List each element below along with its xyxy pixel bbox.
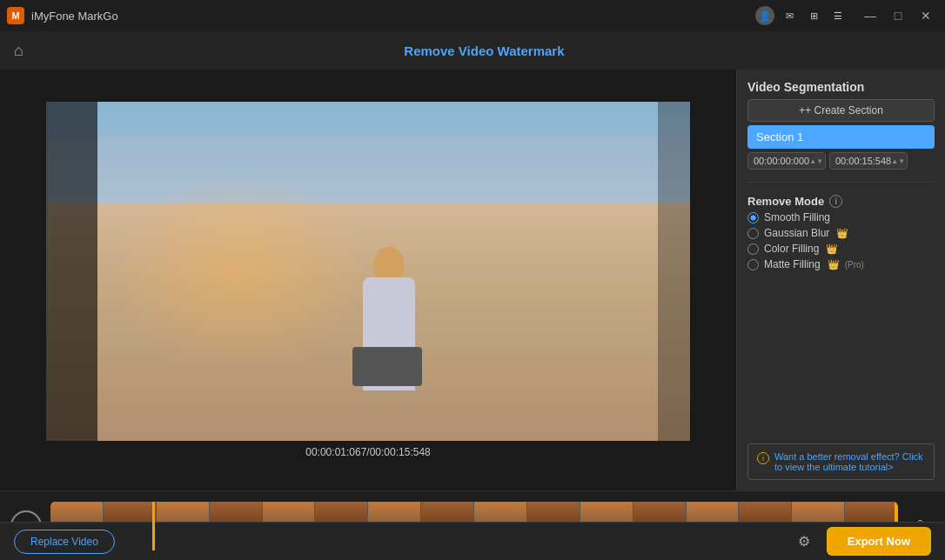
- time-start-arrows[interactable]: ▲▼: [809, 157, 823, 165]
- mail-icon[interactable]: ✉: [780, 6, 799, 25]
- matte-filling-pro-badge: (Pro): [845, 260, 864, 270]
- create-section-label: + Create Section: [805, 104, 883, 117]
- video-player[interactable]: [46, 102, 690, 441]
- grid-icon[interactable]: ⊞: [804, 6, 823, 25]
- playhead[interactable]: [152, 502, 155, 550]
- matte-filling-radio[interactable]: [747, 259, 759, 270]
- export-button[interactable]: Export Now: [827, 527, 931, 556]
- create-section-button[interactable]: + + Create Section: [747, 99, 935, 122]
- gaussian-blur-label: Gaussian Blur: [764, 227, 829, 239]
- gaussian-blur-crown-icon: 👑: [836, 228, 848, 239]
- window-controls: — □ ✕: [858, 6, 938, 25]
- color-filling-crown-icon: 👑: [826, 243, 838, 255]
- close-button[interactable]: ✕: [914, 6, 938, 25]
- gaussian-blur-option[interactable]: Gaussian Blur 👑: [747, 227, 935, 239]
- menu-icon[interactable]: ☰: [828, 6, 848, 25]
- time-end-input[interactable]: 00:00:15:548 ▲▼: [829, 152, 908, 170]
- footer: Replace Video ⚙ Export Now: [0, 522, 945, 560]
- time-start-input[interactable]: 00:00:00:000 ▲▼: [747, 152, 826, 170]
- right-panel: Video Segmentation + + Create Section Se…: [736, 70, 945, 490]
- gaussian-blur-radio[interactable]: [747, 228, 759, 239]
- smooth-filling-label: Smooth Filling: [764, 211, 830, 223]
- app-name: iMyFone MarkGo: [31, 10, 755, 23]
- smooth-filling-radio[interactable]: [747, 212, 759, 223]
- user-icon[interactable]: 👤: [755, 6, 774, 25]
- time-end-value: 00:00:15:548: [835, 156, 891, 166]
- matte-filling-crown-icon: 👑: [828, 259, 840, 270]
- app-icon: M: [7, 7, 24, 24]
- title-bar-icons: 👤 ✉ ⊞ ☰: [755, 6, 848, 25]
- smooth-filling-option[interactable]: Smooth Filling: [747, 211, 935, 223]
- matte-filling-label: Matte Filling: [764, 258, 821, 270]
- video-area: 00:00:01:067/00:00:15:548: [0, 70, 736, 490]
- maximize-button[interactable]: □: [886, 6, 910, 25]
- time-range: 00:00:00:000 ▲▼ 00:00:15:548 ▲▼: [747, 152, 935, 170]
- remove-mode-section: Remove Mode i Smooth Filling Gaussian Bl…: [747, 195, 935, 274]
- main-content: 00:00:01:067/00:00:15:548 Video Segmenta…: [0, 70, 945, 490]
- time-start-value: 00:00:00:000: [754, 156, 809, 166]
- settings-icon[interactable]: ⚙: [792, 530, 816, 554]
- page-title: Remove Video Watermark: [37, 43, 931, 58]
- plus-icon: +: [799, 104, 805, 117]
- home-icon[interactable]: ⌂: [14, 42, 23, 60]
- segmentation-section: Video Segmentation + + Create Section Se…: [747, 80, 935, 170]
- color-filling-radio[interactable]: [747, 243, 759, 255]
- tutorial-text: Want a better removal effect? Click to v…: [774, 451, 925, 472]
- remove-mode-info-icon[interactable]: i: [829, 195, 842, 208]
- time-end-arrows[interactable]: ▲▼: [891, 157, 905, 165]
- minimize-button[interactable]: —: [858, 6, 882, 25]
- tutorial-info-icon: i: [757, 452, 769, 464]
- color-filling-option[interactable]: Color Filling 👑: [747, 243, 935, 255]
- replace-video-button[interactable]: Replace Video: [14, 530, 115, 554]
- color-filling-label: Color Filling: [764, 243, 819, 255]
- matte-filling-option[interactable]: Matte Filling 👑 (Pro): [747, 258, 935, 270]
- section-1-item[interactable]: Section 1: [747, 125, 935, 149]
- title-bar: M iMyFone MarkGo 👤 ✉ ⊞ ☰ — □ ✕: [0, 0, 945, 31]
- video-timestamp: 00:00:01:067/00:00:15:548: [305, 446, 430, 458]
- tutorial-link[interactable]: i Want a better removal effect? Click to…: [747, 443, 935, 480]
- nav-bar: ⌂ Remove Video Watermark: [0, 31, 945, 70]
- divider-1: [747, 182, 935, 183]
- remove-mode-title: Remove Mode i: [747, 195, 935, 208]
- segmentation-title: Video Segmentation: [747, 80, 935, 94]
